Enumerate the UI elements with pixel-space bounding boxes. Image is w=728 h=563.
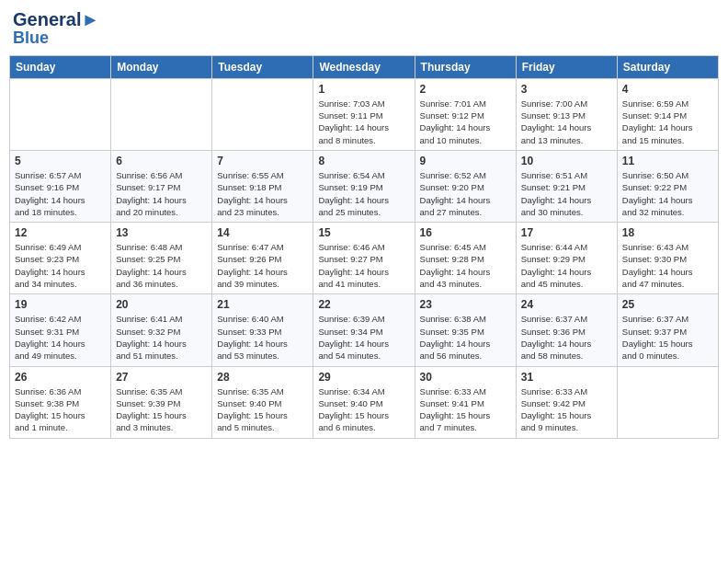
day-header-tuesday: Tuesday [212, 55, 313, 78]
day-header-thursday: Thursday [415, 55, 516, 78]
day-number: 12 [15, 226, 106, 239]
day-cell: 26Sunrise: 6:36 AM Sunset: 9:38 PM Dayli… [10, 366, 111, 438]
page-header: General► Blue [9, 9, 719, 48]
day-info: Sunrise: 6:43 AM Sunset: 9:30 PM Dayligh… [622, 241, 713, 290]
day-info: Sunrise: 7:01 AM Sunset: 9:12 PM Dayligh… [420, 98, 511, 146]
day-number: 7 [217, 155, 308, 167]
week-row-3: 12Sunrise: 6:49 AM Sunset: 9:23 PM Dayli… [10, 223, 719, 294]
day-number: 16 [420, 226, 511, 239]
day-number: 1 [318, 83, 409, 96]
day-cell: 2Sunrise: 7:01 AM Sunset: 9:12 PM Daylig… [415, 78, 516, 150]
day-header-monday: Monday [111, 55, 212, 78]
day-info: Sunrise: 6:38 AM Sunset: 9:35 PM Dayligh… [420, 313, 511, 362]
day-cell: 10Sunrise: 6:51 AM Sunset: 9:21 PM Dayli… [516, 150, 617, 222]
day-number: 25 [622, 298, 713, 311]
day-cell: 30Sunrise: 6:33 AM Sunset: 9:41 PM Dayli… [415, 366, 516, 438]
day-info: Sunrise: 6:42 AM Sunset: 9:31 PM Dayligh… [15, 313, 106, 362]
calendar-table: SundayMondayTuesdayWednesdayThursdayFrid… [9, 55, 719, 439]
days-header-row: SundayMondayTuesdayWednesdayThursdayFrid… [10, 55, 719, 78]
day-cell: 19Sunrise: 6:42 AM Sunset: 9:31 PM Dayli… [10, 294, 111, 366]
day-header-wednesday: Wednesday [313, 55, 415, 78]
day-info: Sunrise: 6:48 AM Sunset: 9:25 PM Dayligh… [116, 241, 207, 290]
week-row-4: 19Sunrise: 6:42 AM Sunset: 9:31 PM Dayli… [10, 294, 719, 366]
day-number: 30 [420, 371, 511, 384]
day-header-friday: Friday [516, 55, 617, 78]
day-cell: 31Sunrise: 6:33 AM Sunset: 9:42 PM Dayli… [516, 366, 617, 438]
day-info: Sunrise: 6:35 AM Sunset: 9:39 PM Dayligh… [116, 385, 207, 434]
day-number: 19 [15, 298, 106, 311]
day-number: 11 [622, 155, 713, 167]
day-info: Sunrise: 6:36 AM Sunset: 9:38 PM Dayligh… [15, 385, 106, 434]
day-number: 3 [521, 83, 612, 96]
day-cell: 5Sunrise: 6:57 AM Sunset: 9:16 PM Daylig… [10, 150, 111, 222]
day-cell: 29Sunrise: 6:34 AM Sunset: 9:40 PM Dayli… [313, 366, 415, 438]
day-cell: 21Sunrise: 6:40 AM Sunset: 9:33 PM Dayli… [212, 294, 313, 366]
day-number: 21 [217, 298, 308, 311]
day-cell: 18Sunrise: 6:43 AM Sunset: 9:30 PM Dayli… [617, 223, 718, 294]
day-info: Sunrise: 6:46 AM Sunset: 9:27 PM Dayligh… [318, 241, 409, 290]
day-cell: 15Sunrise: 6:46 AM Sunset: 9:27 PM Dayli… [313, 223, 415, 294]
day-cell: 24Sunrise: 6:37 AM Sunset: 9:36 PM Dayli… [516, 294, 617, 366]
day-cell: 20Sunrise: 6:41 AM Sunset: 9:32 PM Dayli… [111, 294, 212, 366]
day-cell: 22Sunrise: 6:39 AM Sunset: 9:34 PM Dayli… [313, 294, 415, 366]
day-info: Sunrise: 6:41 AM Sunset: 9:32 PM Dayligh… [116, 313, 207, 362]
day-cell [10, 78, 111, 150]
day-header-sunday: Sunday [10, 55, 111, 78]
day-cell: 17Sunrise: 6:44 AM Sunset: 9:29 PM Dayli… [516, 223, 617, 294]
day-number: 8 [318, 155, 409, 167]
day-info: Sunrise: 6:56 AM Sunset: 9:17 PM Dayligh… [116, 169, 207, 218]
day-number: 22 [318, 298, 409, 311]
day-cell: 3Sunrise: 7:00 AM Sunset: 9:13 PM Daylig… [516, 78, 617, 150]
day-number: 20 [116, 298, 207, 311]
day-info: Sunrise: 6:37 AM Sunset: 9:37 PM Dayligh… [622, 313, 713, 362]
day-cell: 7Sunrise: 6:55 AM Sunset: 9:18 PM Daylig… [212, 150, 313, 222]
day-cell: 13Sunrise: 6:48 AM Sunset: 9:25 PM Dayli… [111, 223, 212, 294]
day-info: Sunrise: 6:37 AM Sunset: 9:36 PM Dayligh… [521, 313, 612, 362]
day-number: 6 [116, 155, 207, 167]
day-info: Sunrise: 7:03 AM Sunset: 9:11 PM Dayligh… [318, 98, 409, 146]
day-number: 13 [116, 226, 207, 239]
day-cell: 1Sunrise: 7:03 AM Sunset: 9:11 PM Daylig… [313, 78, 415, 150]
logo-text: General► Blue [13, 9, 99, 48]
day-info: Sunrise: 6:39 AM Sunset: 9:34 PM Dayligh… [318, 313, 409, 362]
day-number: 17 [521, 226, 612, 239]
week-row-1: 1Sunrise: 7:03 AM Sunset: 9:11 PM Daylig… [10, 78, 719, 150]
day-number: 27 [116, 371, 207, 384]
day-number: 14 [217, 226, 308, 239]
day-cell: 16Sunrise: 6:45 AM Sunset: 9:28 PM Dayli… [415, 223, 516, 294]
day-number: 24 [521, 298, 612, 311]
day-info: Sunrise: 6:35 AM Sunset: 9:40 PM Dayligh… [217, 385, 308, 434]
day-info: Sunrise: 6:40 AM Sunset: 9:33 PM Dayligh… [217, 313, 308, 362]
day-info: Sunrise: 6:44 AM Sunset: 9:29 PM Dayligh… [521, 241, 612, 290]
day-cell: 27Sunrise: 6:35 AM Sunset: 9:39 PM Dayli… [111, 366, 212, 438]
day-info: Sunrise: 6:54 AM Sunset: 9:19 PM Dayligh… [318, 169, 409, 218]
day-cell: 9Sunrise: 6:52 AM Sunset: 9:20 PM Daylig… [415, 150, 516, 222]
day-number: 28 [217, 371, 308, 384]
day-cell [617, 366, 718, 438]
day-info: Sunrise: 6:33 AM Sunset: 9:42 PM Dayligh… [521, 385, 612, 434]
day-info: Sunrise: 6:50 AM Sunset: 9:22 PM Dayligh… [622, 169, 713, 218]
day-cell [111, 78, 212, 150]
week-row-2: 5Sunrise: 6:57 AM Sunset: 9:16 PM Daylig… [10, 150, 719, 222]
day-number: 10 [521, 155, 612, 167]
day-number: 31 [521, 371, 612, 384]
day-cell [212, 78, 313, 150]
day-number: 5 [15, 155, 106, 167]
logo: General► Blue [13, 9, 99, 48]
day-number: 26 [15, 371, 106, 384]
day-info: Sunrise: 6:34 AM Sunset: 9:40 PM Dayligh… [318, 385, 409, 434]
day-info: Sunrise: 6:55 AM Sunset: 9:18 PM Dayligh… [217, 169, 308, 218]
day-info: Sunrise: 6:57 AM Sunset: 9:16 PM Dayligh… [15, 169, 106, 218]
day-cell: 25Sunrise: 6:37 AM Sunset: 9:37 PM Dayli… [617, 294, 718, 366]
day-cell: 14Sunrise: 6:47 AM Sunset: 9:26 PM Dayli… [212, 223, 313, 294]
week-row-5: 26Sunrise: 6:36 AM Sunset: 9:38 PM Dayli… [10, 366, 719, 438]
day-number: 23 [420, 298, 511, 311]
day-info: Sunrise: 6:45 AM Sunset: 9:28 PM Dayligh… [420, 241, 511, 290]
day-info: Sunrise: 6:47 AM Sunset: 9:26 PM Dayligh… [217, 241, 308, 290]
day-cell: 4Sunrise: 6:59 AM Sunset: 9:14 PM Daylig… [617, 78, 718, 150]
day-number: 15 [318, 226, 409, 239]
day-cell: 6Sunrise: 6:56 AM Sunset: 9:17 PM Daylig… [111, 150, 212, 222]
day-cell: 8Sunrise: 6:54 AM Sunset: 9:19 PM Daylig… [313, 150, 415, 222]
day-cell: 28Sunrise: 6:35 AM Sunset: 9:40 PM Dayli… [212, 366, 313, 438]
day-info: Sunrise: 6:33 AM Sunset: 9:41 PM Dayligh… [420, 385, 511, 434]
